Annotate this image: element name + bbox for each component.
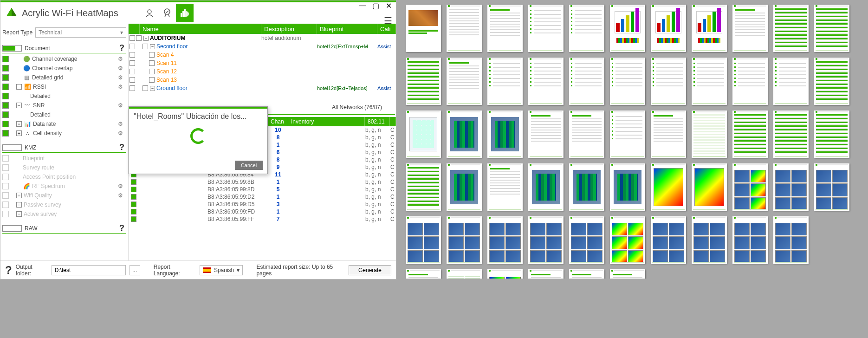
row-checkbox[interactable] bbox=[131, 202, 136, 207]
preview-page[interactable] bbox=[528, 58, 564, 105]
expand-icon[interactable]: + bbox=[16, 121, 22, 127]
preview-page[interactable] bbox=[814, 58, 849, 105]
network-row[interactable]: B8:A3:86:05:99:FD1b, g, nC bbox=[129, 208, 396, 215]
preview-page[interactable] bbox=[569, 58, 604, 105]
col-80211[interactable]: 802.11 bbox=[365, 117, 390, 126]
maximize-button[interactable]: ▢ bbox=[370, 1, 381, 10]
preview-page[interactable] bbox=[406, 163, 441, 211]
mode-verify-icon[interactable] bbox=[158, 4, 176, 22]
loc-ground-floor[interactable]: −Ground floorhotel12d[Ext+Tejados]Assist bbox=[129, 84, 396, 92]
gear-icon[interactable]: ⚙ bbox=[118, 183, 126, 189]
preview-page[interactable] bbox=[487, 163, 523, 211]
preview-page[interactable] bbox=[447, 163, 482, 211]
col-inventory[interactable]: Inventory bbox=[288, 117, 365, 126]
gear-icon[interactable]: ⚙ bbox=[118, 74, 126, 81]
preview-page[interactable] bbox=[569, 163, 604, 211]
loc-auditorium[interactable]: −AUDITORIUMhotel auditorium bbox=[129, 34, 396, 42]
preview-page[interactable] bbox=[528, 269, 564, 279]
preview-page[interactable] bbox=[773, 216, 809, 264]
preview-page[interactable] bbox=[773, 5, 809, 52]
close-button[interactable]: ✕ bbox=[383, 1, 394, 10]
gear-icon[interactable]: ⚙ bbox=[118, 84, 126, 90]
help-icon[interactable]: ? bbox=[117, 143, 126, 152]
preview-page[interactable] bbox=[610, 5, 645, 52]
section-kmz-toggle[interactable] bbox=[2, 144, 22, 151]
mode-reports-icon[interactable] bbox=[176, 4, 194, 22]
preview-page[interactable] bbox=[732, 110, 768, 158]
collapse-icon[interactable]: − bbox=[16, 103, 22, 108]
loc-scan[interactable]: Scan 13 bbox=[129, 76, 396, 84]
preview-page[interactable] bbox=[447, 110, 482, 158]
preview-page[interactable] bbox=[610, 163, 645, 211]
network-row[interactable]: B8:A3:86:05:99:FF7b, g, nC bbox=[129, 215, 396, 223]
preview-page[interactable] bbox=[732, 5, 768, 52]
preview-page[interactable] bbox=[814, 110, 849, 158]
loc-scan[interactable]: Scan 12 bbox=[129, 67, 396, 76]
section-raw-toggle[interactable] bbox=[2, 225, 22, 232]
col-calibration[interactable]: Cali bbox=[377, 24, 396, 34]
preview-page[interactable] bbox=[569, 110, 604, 158]
preview-page[interactable] bbox=[487, 110, 523, 158]
col-blueprint[interactable]: Blueprint bbox=[317, 24, 377, 34]
report-language-select[interactable]: Spanish ▾ bbox=[200, 265, 243, 275]
row-checkbox[interactable] bbox=[131, 209, 136, 214]
preview-page[interactable] bbox=[651, 110, 686, 158]
preview-page[interactable] bbox=[732, 216, 768, 264]
preview-page[interactable] bbox=[406, 269, 441, 279]
preview-page[interactable] bbox=[651, 5, 686, 52]
preview-page[interactable] bbox=[610, 269, 645, 279]
preview-page[interactable] bbox=[651, 216, 686, 264]
preview-page[interactable] bbox=[732, 163, 768, 211]
preview-page[interactable] bbox=[569, 216, 604, 264]
row-checkbox[interactable] bbox=[131, 187, 136, 192]
preview-page[interactable] bbox=[692, 110, 727, 158]
preview-page[interactable] bbox=[692, 163, 727, 211]
report-preview-grid[interactable] bbox=[399, 0, 868, 279]
network-row[interactable]: B8:A3:86:05:99:8B1b, g, nC bbox=[129, 178, 396, 186]
row-checkbox[interactable] bbox=[131, 216, 136, 222]
preview-page[interactable] bbox=[610, 58, 645, 105]
preview-page[interactable] bbox=[610, 110, 645, 158]
col-description[interactable]: Description bbox=[261, 24, 317, 34]
item-snr-detailed[interactable]: Detailed bbox=[2, 110, 126, 119]
network-row[interactable]: B8:A3:86:05:99:D53b, g, nC bbox=[129, 201, 396, 208]
generate-button[interactable]: Generate bbox=[349, 265, 391, 275]
minimize-button[interactable]: — bbox=[357, 1, 368, 10]
preview-page[interactable] bbox=[487, 216, 523, 264]
report-type-select[interactable]: Technical ▾ bbox=[35, 27, 126, 38]
preview-page[interactable] bbox=[773, 110, 809, 158]
section-document-toggle[interactable] bbox=[2, 45, 22, 52]
network-row[interactable]: B8:A3:86:05:99:8D5b, g, nC bbox=[129, 186, 396, 193]
help-icon[interactable]: ? bbox=[117, 43, 126, 53]
preview-page[interactable] bbox=[487, 269, 523, 279]
item-detailed-grid[interactable]: ▦Detailed grid⚙ bbox=[2, 73, 126, 82]
col-chan[interactable]: Chan bbox=[268, 117, 288, 126]
preview-page[interactable] bbox=[487, 58, 523, 105]
gear-icon[interactable]: ⚙ bbox=[118, 56, 126, 62]
preview-page[interactable] bbox=[692, 5, 727, 52]
preview-page[interactable] bbox=[528, 216, 564, 264]
preview-page[interactable] bbox=[406, 216, 441, 264]
preview-page[interactable] bbox=[692, 216, 727, 264]
gear-icon[interactable]: ⚙ bbox=[118, 65, 126, 72]
preview-page[interactable] bbox=[732, 58, 768, 105]
preview-page[interactable] bbox=[814, 5, 849, 52]
item-channel-coverage[interactable]: 🟢Channel coverage⚙ bbox=[2, 54, 126, 64]
preview-page[interactable] bbox=[447, 269, 482, 279]
help-icon[interactable]: ? bbox=[5, 264, 12, 277]
preview-page[interactable] bbox=[569, 269, 604, 279]
preview-page[interactable] bbox=[447, 5, 482, 52]
expand-icon[interactable]: + bbox=[16, 130, 22, 136]
preview-page[interactable] bbox=[447, 216, 482, 264]
preview-page[interactable] bbox=[406, 5, 441, 52]
network-row[interactable]: B8:A3:86:05:99:D21b, g, nC bbox=[129, 193, 396, 201]
gear-icon[interactable]: ⚙ bbox=[118, 192, 126, 199]
preview-page[interactable] bbox=[773, 163, 809, 211]
mode-survey-icon[interactable] bbox=[141, 4, 158, 22]
preview-page[interactable] bbox=[651, 163, 686, 211]
section-document[interactable]: Document ? bbox=[2, 43, 126, 53]
loc-scan[interactable]: Scan 11 bbox=[129, 59, 396, 67]
preview-page[interactable] bbox=[528, 5, 564, 52]
preview-page[interactable] bbox=[528, 110, 564, 158]
output-folder-input[interactable] bbox=[52, 265, 126, 275]
